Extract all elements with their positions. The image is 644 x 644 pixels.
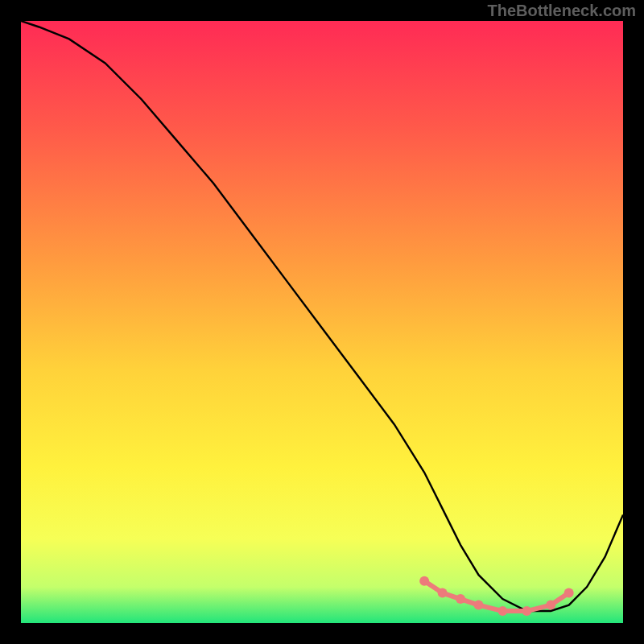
chart-frame: TheBottleneck.com [0,0,644,644]
plot-area [21,21,623,623]
watermark-text: TheBottleneck.com [488,2,636,20]
optimal-range-dot [564,588,574,598]
gradient-background [21,21,623,623]
plot-svg [21,21,623,623]
